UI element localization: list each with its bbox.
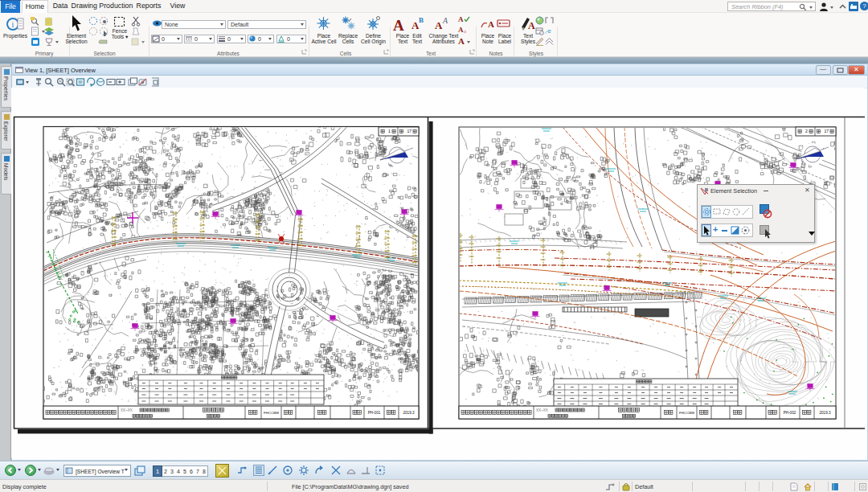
- svg-text:A: A: [528, 20, 535, 31]
- svg-text:A: A: [488, 19, 494, 29]
- svg-text:2019.3: 2019.3: [403, 411, 414, 415]
- svg-text:17: 17: [407, 129, 412, 133]
- svg-text:2: 2: [805, 129, 808, 133]
- svg-text:PH-002: PH-002: [784, 411, 796, 415]
- svg-text:XX~XX: XX~XX: [536, 408, 548, 412]
- svg-text:1: 1: [388, 129, 391, 133]
- svg-text:17: 17: [825, 129, 829, 133]
- svg-text:FHCCBM: FHCCBM: [264, 411, 279, 415]
- svg-text:i: i: [12, 20, 14, 29]
- svg-text:2019.3: 2019.3: [819, 411, 830, 415]
- svg-text:FHCCBM: FHCCBM: [679, 411, 694, 415]
- svg-text:PH-001: PH-001: [368, 411, 381, 415]
- svg-text:XX~XX: XX~XX: [121, 408, 133, 412]
